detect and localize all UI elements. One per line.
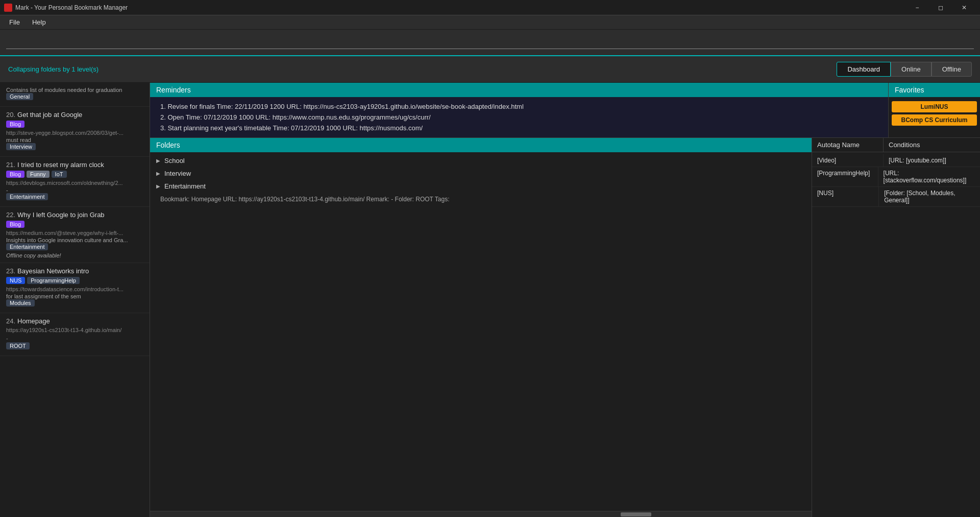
bookmark-url-21: https://devblogs.microsoft.com/oldnewthi… — [6, 180, 143, 186]
folders-panel: Folders ▶ School ▶ Interview ▶ Entertain… — [150, 138, 812, 517]
scrollbar-thumb — [621, 512, 651, 516]
folders-header: Folders — [150, 138, 812, 152]
status-label: Collapsing folders by — [8, 65, 71, 73]
divider-24: - — [6, 334, 143, 342]
bookmark-number-23: 23. — [6, 267, 15, 275]
bookmark-tags-22: Blog — [6, 221, 143, 228]
bookmark-tags-23: NUS ProgrammingHelp — [6, 277, 143, 284]
bookmark-title-20: 20.Get that job at Google — [6, 111, 143, 119]
bookmark-remark-20: must read — [6, 137, 143, 143]
tag-programminghelp-23: ProgrammingHelp — [27, 277, 80, 284]
bookmark-number-21: 21. — [6, 161, 15, 169]
folders-title: Folders — [156, 141, 180, 149]
bookmark-number-20: 20. — [6, 111, 15, 119]
tab-offline[interactable]: Offline — [932, 62, 972, 77]
bookmark-info-row: Bookmark: Homepage URL: https://ay1920s1… — [150, 193, 812, 206]
bookmark-url-24: https://ay1920s1-cs2103t-t13-4.github.io… — [6, 327, 143, 333]
folder-label-interview: Interview — [164, 170, 191, 177]
tag-funny-21: Funny — [27, 171, 50, 178]
autotag-col-header-name: Autotag Name — [812, 138, 884, 152]
bookmark-title-22: 22.Why I left Google to join Grab — [6, 211, 143, 219]
app-icon — [4, 4, 12, 12]
tag-iot-21: IoT — [52, 171, 67, 178]
sidebar: Contains list of modules needed for grad… — [0, 83, 150, 517]
bookmark-title-23: 23.Bayesian Networks intro — [6, 267, 143, 275]
bookmark-extra-tags-23: Modules — [6, 299, 143, 307]
bookmark-item-23[interactable]: 23.Bayesian Networks intro NUS Programmi… — [0, 263, 150, 313]
bookmark-extra-tags-21: Entertainment — [6, 193, 143, 200]
autotag-name-2: [ProgrammingHelp] — [812, 167, 878, 186]
autotag-panel: Autotag Name Conditions [Video] [URL: [y… — [812, 138, 980, 517]
bookmark-item-24[interactable]: 24.Homepage https://ay1920s1-cs2103t-t13… — [0, 313, 150, 356]
tab-dashboard[interactable]: Dashboard — [837, 62, 891, 77]
favorite-bcomp[interactable]: BComp CS Curriculum — [892, 114, 977, 126]
title-bar: Mark - Your Personal Bookmark Manager − … — [0, 0, 980, 15]
search-input[interactable] — [6, 36, 974, 49]
folder-item-interview[interactable]: ▶ Interview — [150, 167, 812, 180]
autotag-body: [Video] [URL: [youtube.com]] [Programmin… — [812, 152, 980, 209]
offline-badge-22: Offline copy available! — [6, 252, 143, 258]
menu-file[interactable]: File — [4, 16, 25, 28]
status-text: Collapsing folders by 1 level(s) — [8, 65, 99, 73]
bookmark-tags-20: Blog — [6, 121, 143, 128]
folder-arrow-entertainment: ▶ — [156, 183, 160, 189]
autotag-condition-3: [Folder: [School, Modules, General]] — [879, 187, 980, 206]
bookmark-remark-22: Insights into Google innovation culture … — [6, 237, 143, 243]
bookmark-remark-23: for last assignment of the sem — [6, 293, 143, 299]
bookmark-extra-tags-22: Entertainment — [6, 243, 143, 250]
close-button[interactable]: ✕ — [952, 0, 976, 15]
bookmark-url-22: https://medium.com/@steve.yegge/why-i-le… — [6, 230, 143, 236]
folder-item-entertainment[interactable]: ▶ Entertainment — [150, 180, 812, 193]
autotag-header-row: Autotag Name Conditions — [812, 138, 980, 152]
menu-bar: File Help — [0, 15, 980, 30]
bookmark-number-22: 22. — [6, 211, 15, 219]
tab-group: Dashboard Online Offline — [837, 62, 972, 77]
autotag-name-3: [NUS] — [812, 187, 879, 206]
title-text: Mark - Your Personal Bookmark Manager — [15, 4, 128, 11]
title-bar-left: Mark - Your Personal Bookmark Manager — [4, 4, 128, 12]
reminders-title: Reminders — [156, 86, 191, 94]
favorites-title: Favorites — [895, 86, 924, 94]
sidebar-header-item[interactable]: Contains list of modules needed for grad… — [0, 83, 150, 107]
tag-blog-20: Blog — [6, 121, 24, 128]
tag-blog-22: Blog — [6, 221, 24, 228]
minimize-button[interactable]: − — [905, 0, 929, 15]
top-content-area: Reminders 1. Revise for finals Time: 22/… — [150, 83, 980, 138]
folders-body: ▶ School ▶ Interview ▶ Entertainment Boo… — [150, 152, 812, 511]
tag-blog-21: Blog — [6, 171, 24, 178]
autotag-condition-1: [URL: [youtube.com]] — [884, 154, 951, 167]
sidebar-header-text: Contains list of modules needed for grad… — [6, 87, 143, 93]
autotag-row-1: [Video] [URL: [youtube.com]] — [812, 154, 980, 167]
bookmark-number-24: 24. — [6, 317, 15, 325]
tag-nus-23: NUS — [6, 277, 25, 284]
bookmark-item-22[interactable]: 22.Why I left Google to join Grab Blog h… — [0, 207, 150, 263]
search-bar — [0, 30, 980, 56]
bookmark-url-20: http://steve-yegge.blogspot.com/2008/03/… — [6, 130, 143, 136]
tab-online[interactable]: Online — [891, 62, 932, 77]
horizontal-scrollbar[interactable] — [150, 511, 812, 517]
folder-arrow-school: ▶ — [156, 158, 160, 163]
autotag-col-header-conditions: Conditions — [884, 138, 925, 152]
reminder-item-2: 2. Open Time: 07/12/2019 1000 URL: https… — [160, 112, 878, 123]
status-highlight: 1 level(s) — [71, 65, 99, 73]
reminders-body: 1. Revise for finals Time: 22/11/2019 12… — [150, 97, 888, 137]
bookmark-item-21[interactable]: 21.I tried to reset my alarm clock Blog … — [0, 157, 150, 207]
bookmark-extra-tags-20: Interview — [6, 143, 143, 150]
folder-item-school[interactable]: ▶ School — [150, 154, 812, 167]
favorites-header: Favorites — [889, 83, 980, 97]
bookmark-title-21: 21.I tried to reset my alarm clock — [6, 161, 143, 169]
bookmark-title-24: 24.Homepage — [6, 317, 143, 325]
bookmark-item-20[interactable]: 20.Get that job at Google Blog http://st… — [0, 107, 150, 157]
folder-arrow-interview: ▶ — [156, 171, 160, 176]
main-content: Reminders 1. Revise for finals Time: 22/… — [150, 83, 980, 517]
tag-entertainment-22: Entertainment — [6, 243, 48, 250]
bottom-area: Folders ▶ School ▶ Interview ▶ Entertain… — [150, 138, 980, 517]
favorites-body: LumiNUS BComp CS Curriculum — [889, 97, 980, 130]
reminder-item-1: 1. Revise for finals Time: 22/11/2019 12… — [160, 101, 878, 112]
tag-entertainment-21: Entertainment — [6, 193, 48, 200]
reminders-header: Reminders — [150, 83, 888, 97]
menu-help[interactable]: Help — [27, 16, 51, 28]
favorite-luminus[interactable]: LumiNUS — [892, 101, 977, 112]
tag-general: General — [6, 93, 33, 100]
restore-button[interactable]: ◻ — [929, 0, 952, 15]
